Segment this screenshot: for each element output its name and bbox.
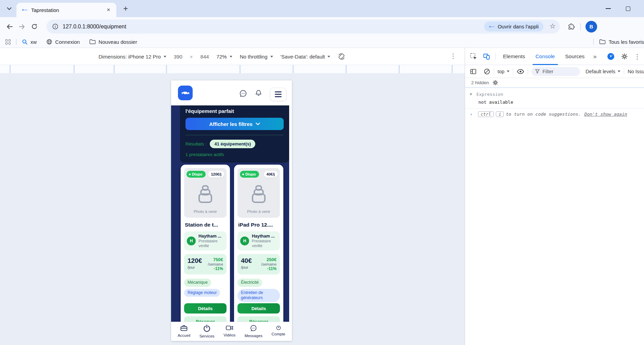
tab-sources[interactable]: Sources [560, 48, 590, 65]
devtools-menu-button[interactable]: ⋮ [634, 53, 641, 61]
minimize-icon[interactable] [606, 8, 611, 9]
console-filter[interactable] [531, 67, 580, 76]
browser-tab[interactable]: Taprestation × [16, 3, 116, 17]
console-prompt-hint: › ctrl i to turn on code suggestions. Do… [465, 108, 644, 120]
devtools-tabs: Elements Console Sources » [498, 48, 600, 65]
device-toolbar-menu-button[interactable]: ⋮ [450, 52, 456, 60]
new-tab-button[interactable]: + [120, 3, 131, 14]
console-sidebar-toggle[interactable] [470, 68, 477, 75]
messages-header-button[interactable] [239, 89, 247, 98]
chat-bubble-icon [239, 89, 247, 98]
hidden-count-label[interactable]: 2 hidden [471, 80, 489, 85]
hidden-settings-button[interactable] [492, 80, 498, 86]
devtools-header: Elements Console Sources » ⋮ [465, 48, 644, 65]
back-button[interactable] [3, 21, 16, 33]
device-toolbar-toggle-button[interactable] [483, 53, 490, 60]
bookmarks-divider [593, 39, 594, 45]
reserve-button[interactable]: Réserver [237, 316, 280, 322]
rotate-device-button[interactable] [338, 53, 345, 60]
save-data-selector[interactable]: 'Save-Data': default [281, 54, 331, 60]
search-icon [22, 39, 28, 45]
expression-placeholder[interactable]: Expression [476, 92, 503, 97]
show-filters-button[interactable]: Afficher les filtres [185, 118, 284, 130]
discount-label: -11% [261, 266, 276, 271]
live-expression-eye-button[interactable] [517, 69, 524, 74]
bookmarks-bar: xw Connexion Nouveau dossier Tous les fa… [0, 36, 644, 48]
nav-item-messages[interactable]: Messages [245, 324, 262, 338]
tab-search-button[interactable] [4, 3, 14, 14]
filter-input[interactable] [542, 69, 577, 74]
bookmark-item-xw[interactable]: xw [22, 39, 37, 45]
clear-console-button[interactable] [484, 68, 490, 75]
all-bookmarks-label: Tous les favoris [609, 39, 644, 45]
device-toggle-icon [483, 53, 490, 60]
gear-icon [621, 53, 628, 60]
extensions-button[interactable] [567, 23, 575, 30]
emulated-viewport: l'équipement parfait Afficher les filtre… [0, 73, 465, 345]
devtools-divider [495, 53, 495, 60]
provider-box[interactable]: H Haytham ... Prestataire vérifié [237, 231, 280, 251]
toolbar-divider [580, 23, 581, 30]
folder-icon [599, 39, 606, 44]
details-button[interactable]: Détails [237, 303, 280, 314]
per-week-unit: /semaine [208, 262, 223, 266]
open-in-app-chip[interactable]: Ouvrir dans l'appli [484, 22, 543, 31]
console-prompt-icon[interactable]: › [470, 112, 473, 117]
nav-label: Vidéos [223, 333, 235, 337]
reserve-button[interactable]: Réserver [184, 316, 227, 322]
nav-label: Messages [245, 334, 262, 338]
issues-counter[interactable]: No Issues [628, 69, 644, 74]
log-levels-label: Default levels [585, 69, 615, 74]
device-width-input[interactable]: 390 [174, 54, 182, 60]
reload-icon [31, 23, 38, 30]
back-arrow-icon [6, 23, 13, 30]
forward-button[interactable] [16, 21, 28, 33]
equipment-cards: Dispo 120€/j Photo à venir Station de t.… [181, 165, 283, 322]
media-query-bar[interactable] [0, 65, 465, 73]
remove-expression-icon[interactable]: × [469, 91, 472, 97]
tab-close-icon[interactable]: × [105, 6, 112, 14]
hero-divider [185, 135, 284, 135]
expression-value: not available [465, 98, 644, 108]
bookmark-star-icon[interactable]: ☆ [550, 22, 556, 30]
zoom-selector[interactable]: 72% [217, 54, 232, 60]
nav-item-videos[interactable]: Vidéos [223, 324, 235, 337]
devtools-settings-button[interactable] [621, 53, 628, 60]
tab-console[interactable]: Console [530, 48, 560, 65]
devtools-ai-button[interactable] [607, 52, 615, 61]
apps-grid-icon[interactable] [5, 39, 11, 44]
details-button[interactable]: Détails [184, 303, 227, 314]
nav-item-accueil[interactable]: Accueil [178, 324, 190, 337]
device-selector[interactable]: Dimensions: iPhone 12 Pro [99, 54, 166, 60]
maximize-icon[interactable] [626, 7, 630, 11]
bookmark-label: Nouveau dossier [99, 39, 137, 45]
inspect-element-button[interactable] [470, 53, 477, 60]
ai-assistant-icon [607, 52, 615, 61]
reload-button[interactable] [28, 21, 40, 33]
brand-logo[interactable] [178, 86, 193, 100]
photo-placeholder: Dispo 40€/j Photo à venir [237, 168, 280, 218]
nav-item-compte[interactable]: Compte [271, 324, 285, 336]
provider-box[interactable]: H Haytham ... Prestataire vérifié [184, 231, 227, 251]
menu-button[interactable] [270, 88, 286, 101]
log-levels-selector[interactable]: Default levels [585, 69, 620, 74]
tag-list: Électricité Entretien de générateurs [237, 279, 280, 301]
devtools-panel: Elements Console Sources » ⋮ [465, 48, 644, 345]
profile-avatar[interactable]: B [585, 21, 597, 33]
bookmark-item-connexion[interactable]: Connexion [46, 39, 80, 45]
dropdown-arrow-icon [618, 71, 620, 72]
throttling-selector[interactable]: No throttling [240, 54, 273, 60]
more-tabs-button[interactable]: » [590, 48, 600, 65]
site-info-icon[interactable] [52, 23, 59, 30]
nav-item-services[interactable]: Services [199, 324, 215, 338]
device-emulation-pane: Dimensions: iPhone 12 Pro 390 × 844 72% … [0, 48, 465, 345]
notifications-button[interactable] [254, 89, 263, 98]
dont-show-again-link[interactable]: Don't show again [584, 112, 627, 117]
all-bookmarks-button[interactable]: Tous les favoris [588, 39, 644, 45]
bookmark-folder-nouveau-dossier[interactable]: Nouveau dossier [89, 39, 137, 45]
device-height-input[interactable]: 844 [201, 54, 209, 60]
service-tag: Entretien de générateurs [237, 289, 280, 302]
context-selector[interactable]: top [498, 69, 510, 74]
address-bar[interactable]: 127.0.0.1:8000/equipment Ouvrir dans l'a… [47, 20, 560, 34]
tab-elements[interactable]: Elements [498, 48, 530, 65]
